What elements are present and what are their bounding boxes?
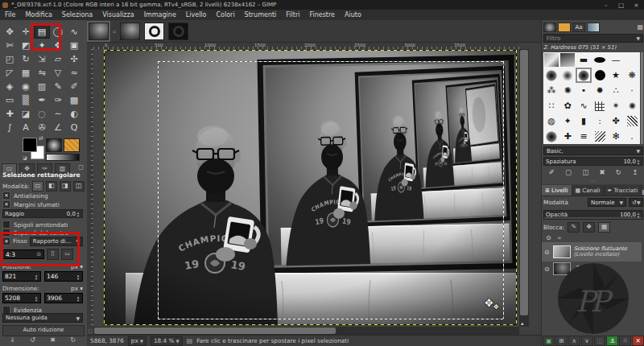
tool-bucket-fill-icon[interactable]: ◉ xyxy=(18,80,34,93)
active-brush-thumbnail[interactable] xyxy=(46,138,62,152)
default-colors-icon[interactable]: ◪ xyxy=(23,154,27,160)
image-tab-logo-dark[interactable] xyxy=(168,23,188,40)
tool-scissors-select-icon[interactable]: ✄ xyxy=(2,39,18,52)
brush-splat[interactable]: ❋ xyxy=(624,68,640,83)
tool-rotate-icon[interactable]: ↻ xyxy=(18,52,34,66)
menu-filtri[interactable]: Filtri xyxy=(281,11,304,19)
duplicate-layer-button[interactable]: ◫ xyxy=(594,336,606,346)
brush-burst2[interactable]: ✴ xyxy=(608,98,624,113)
tool-measure-icon[interactable]: ∠ xyxy=(50,121,66,134)
horizontal-scrollbar[interactable] xyxy=(93,327,519,335)
tool-zoom-icon[interactable]: Q xyxy=(66,121,82,134)
reset-preset-icon[interactable]: ↻ xyxy=(70,336,76,344)
brush-burst[interactable]: ✸ xyxy=(592,83,608,98)
tool-transform-3d-icon[interactable]: ▦ xyxy=(18,66,34,80)
tool-perspective-clone-icon[interactable]: ◪ xyxy=(18,107,34,121)
vertical-scrollbar[interactable]: ▴ xyxy=(519,49,529,327)
layer-opacity-slider[interactable]: Opacità 100,0 ▴▾ xyxy=(543,210,643,220)
tool-gradient-icon[interactable]: ▥ xyxy=(34,80,50,93)
tab-tracciati[interactable]: ✒Tracciati xyxy=(605,185,642,196)
brush-hatch[interactable] xyxy=(624,113,640,129)
brush-soft[interactable] xyxy=(543,68,559,83)
tab-livelli[interactable]: ≣Livelli xyxy=(542,185,572,196)
mode-replace-icon[interactable]: ▭ xyxy=(32,181,43,192)
delete-layer-button[interactable]: ✕ xyxy=(632,336,644,346)
open-brush-icon[interactable]: ↥ xyxy=(632,168,638,176)
brush-dot[interactable]: · xyxy=(624,83,640,98)
antialiasing-option[interactable]: × Antialiasing xyxy=(2,192,85,200)
brush-grad1[interactable] xyxy=(543,52,559,68)
brush-colon[interactable]: : xyxy=(592,113,608,129)
menu-file[interactable]: File xyxy=(0,11,20,19)
foreground-color-swatch[interactable] xyxy=(23,138,37,152)
brush-softsm[interactable] xyxy=(624,98,640,113)
brush-lines[interactable]: ≡ xyxy=(576,129,592,144)
delete-preset-icon[interactable]: ✖ xyxy=(50,336,56,344)
tool-crop-icon[interactable]: ▣ xyxy=(66,39,82,52)
brush-line[interactable]: — xyxy=(608,52,624,68)
brush-spark[interactable]: ✦ xyxy=(559,113,576,129)
landscape-orientation-button[interactable]: ▭ xyxy=(61,249,73,260)
menu-livello[interactable]: Livello xyxy=(181,11,212,19)
tool-paths-icon[interactable]: ∫ xyxy=(2,121,18,134)
menu-immagine[interactable]: Immagine xyxy=(139,11,181,19)
brush-softsel[interactable] xyxy=(576,68,592,83)
image-tab-photo[interactable] xyxy=(120,23,140,40)
gradients-tab[interactable] xyxy=(587,23,600,32)
restore-preset-icon[interactable]: ↺ xyxy=(30,336,35,344)
brush-oval[interactable] xyxy=(592,52,608,68)
tool-color-picker-icon[interactable]: ✇ xyxy=(34,121,50,134)
fixed-type-dropdown[interactable]: Rapporto di...▼ xyxy=(30,237,83,246)
swap-colors-icon[interactable]: ⇄ xyxy=(39,135,43,142)
delete-brush-icon[interactable]: ✖ xyxy=(600,168,605,176)
fonts-tab[interactable]: Aa xyxy=(572,23,585,32)
brush-tinyd[interactable]: . xyxy=(624,129,640,144)
tool-free-select-icon[interactable]: ∿ xyxy=(66,25,82,39)
active-gradient-thumbnail[interactable] xyxy=(46,154,80,161)
brush-bar[interactable]: ▬ xyxy=(576,52,592,68)
fixed-option-row[interactable]: × Fisso Rapporto di...▼ xyxy=(2,236,83,246)
brush-ring[interactable]: ◍ xyxy=(543,113,559,129)
portrait-orientation-button[interactable]: ▯ xyxy=(47,249,59,260)
auto-shrink-button[interactable]: Auto riduzione xyxy=(2,325,85,336)
zoom-dropdown[interactable]: 18.4 %▼ xyxy=(151,336,183,346)
close-button[interactable]: × xyxy=(629,2,644,9)
guides-dropdown[interactable]: Nessuna guida▼ xyxy=(2,313,83,323)
save-preset-icon[interactable]: ⇓ xyxy=(10,336,15,344)
brushes-tab[interactable] xyxy=(543,23,556,32)
tool-seamless-clone-icon[interactable]: ◈ xyxy=(2,80,18,93)
position-x-input[interactable]: 821▴▾ xyxy=(2,271,41,282)
tool-ellipse-select-icon[interactable]: ◯ xyxy=(50,25,66,39)
brush-grad2[interactable] xyxy=(559,52,576,68)
brush-leafy[interactable]: ✤ xyxy=(608,113,624,129)
quick-mask-toggle[interactable]: ▢ xyxy=(87,327,93,335)
tool-select-by-color-icon[interactable]: ❖ xyxy=(50,39,66,52)
rounded-checkbox[interactable] xyxy=(2,220,10,229)
tool-flip-icon[interactable]: ⇋ xyxy=(34,66,50,80)
tool-pencil-icon[interactable]: ✎ xyxy=(50,80,66,93)
fixed-checkbox[interactable]: × xyxy=(2,237,10,245)
brush-spk[interactable]: ⁂ xyxy=(543,83,559,98)
brush-vine[interactable]: ∿ xyxy=(576,98,592,113)
position-y-input[interactable]: 146▴▾ xyxy=(44,271,83,282)
tool-clone-icon[interactable]: ▩ xyxy=(66,93,82,107)
raise-layer-button[interactable]: ∧ xyxy=(568,336,580,346)
tool-mypaint-brush-icon[interactable]: ✑ xyxy=(50,93,66,107)
tool-ink-icon[interactable]: ✒ xyxy=(34,93,50,107)
layer-row[interactable]: ⊙Selezione fluttuante(Livello incollato) xyxy=(542,242,642,262)
minimize-button[interactable]: – xyxy=(598,2,613,9)
new-layer-group-button[interactable]: ⊞ xyxy=(555,336,568,346)
brush-soft2[interactable] xyxy=(559,68,576,83)
brush-blank[interactable] xyxy=(624,52,640,68)
brush-tag-dropdown[interactable]: Basic,▼ xyxy=(543,146,643,155)
tool-blur-sharpen-icon[interactable]: ◌ xyxy=(34,107,50,121)
chain-icon[interactable]: ∞ xyxy=(557,235,562,241)
mode-switch-dropdown[interactable]: ↺▼ xyxy=(629,198,643,207)
tool-move-icon[interactable]: ✥ xyxy=(2,25,18,39)
brush-spk3[interactable]: ∷ xyxy=(543,98,559,113)
anchor-layer-button[interactable]: ⚓ xyxy=(606,336,618,346)
radius-spinner[interactable]: ▴▾ xyxy=(76,211,80,217)
new-layer-button[interactable]: ▣ xyxy=(543,336,555,346)
feather-checkbox[interactable]: × xyxy=(2,200,10,208)
tool-airbrush-icon[interactable]: ▒ xyxy=(18,93,34,107)
